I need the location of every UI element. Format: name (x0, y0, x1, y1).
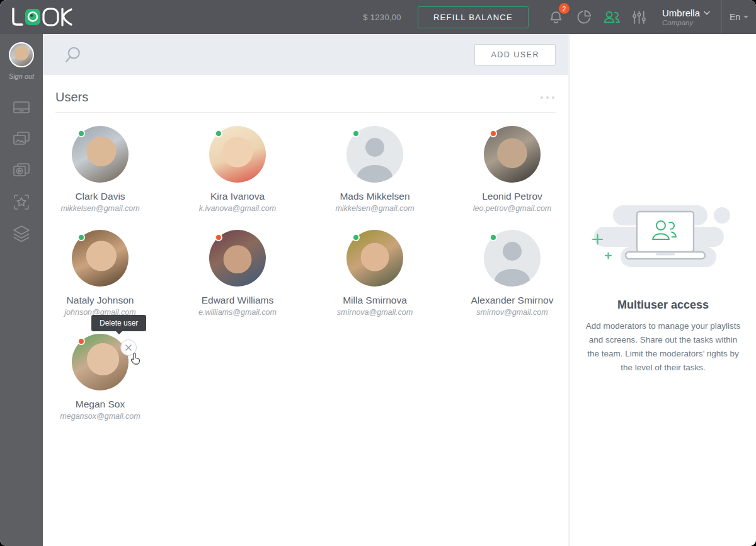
add-user-button[interactable]: ADD USER (474, 44, 556, 65)
refill-balance-button[interactable]: REFILL BALANCE (418, 6, 529, 28)
multiuser-illustration (588, 203, 739, 282)
videos-icon (12, 162, 31, 179)
user-name: Kira Ivanova (181, 191, 294, 202)
status-dot (215, 130, 222, 137)
user-card[interactable]: Milla Smirnova smirnova@gmail.com (319, 230, 431, 317)
user-email: leo.petrov@gmail.com (456, 204, 568, 213)
status-dot (352, 130, 360, 137)
cursor-pointer-icon (130, 352, 142, 366)
user-name: Clark Davis (44, 191, 156, 202)
look-logo-icon (9, 6, 74, 28)
sidebar-item-widgets[interactable] (11, 192, 32, 212)
user-email: mikkelsen@gmail.com (44, 204, 156, 213)
images-icon (12, 130, 31, 148)
language-label: En (730, 12, 740, 22)
sidebar-item-media[interactable] (11, 129, 32, 149)
look-logo[interactable] (9, 6, 74, 28)
company-type: Company (662, 19, 710, 26)
sidebar-item-playlists[interactable] (11, 161, 32, 181)
user-email: e.williams@gmail.com (181, 308, 294, 317)
user-card-hovered[interactable]: Delete user (44, 334, 156, 421)
status-dot (490, 130, 497, 137)
user-card[interactable]: Nataly Johnson johnson@gmail.com (44, 230, 156, 317)
user-card[interactable]: Edward Williams e.williams@gmail.com (181, 230, 294, 317)
status-dot (77, 338, 85, 345)
promo-description: Add moderators to manage your playlists … (583, 319, 744, 374)
layers-icon (12, 224, 31, 243)
widgets-star-icon (12, 193, 31, 212)
sidebar-item-screens[interactable] (11, 98, 32, 118)
balance-amount: $ 1230,00 (363, 13, 401, 22)
users-group-icon (602, 9, 621, 25)
sliders-icon (631, 9, 647, 25)
search-button[interactable] (63, 45, 82, 64)
user-name: Leonid Petrov (456, 191, 568, 202)
profile-avatar[interactable] (9, 42, 34, 67)
user-name: Nataly Johnson (44, 295, 156, 306)
user-email: mikkelsen@gmail.com (319, 204, 431, 213)
status-dot (490, 234, 497, 241)
pie-chart-icon (576, 9, 592, 25)
company-switcher[interactable]: Umbrella Company (662, 8, 710, 26)
user-card[interactable]: Alexander Smirnov smirnov@gmail.com (456, 230, 568, 317)
top-bar: $ 1230,00 REFILL BALANCE 2 (0, 0, 756, 34)
user-email: smirnova@gmail.com (319, 308, 431, 317)
main-panel: ADD USER Users (43, 34, 570, 546)
close-icon (125, 344, 132, 351)
promo-title: Multiuser access (617, 299, 709, 312)
app-window: $ 1230,00 REFILL BALANCE 2 (0, 0, 756, 546)
notifications-badge: 2 (559, 3, 570, 14)
sign-out-link[interactable]: Sign out (9, 72, 34, 80)
users-section-button[interactable] (602, 8, 621, 26)
title-divider (55, 112, 556, 113)
delete-user-tooltip: Delete user (91, 315, 146, 331)
sidebar-item-layers[interactable] (11, 224, 32, 244)
sidebar: Sign out (0, 34, 43, 546)
user-name: Mads Mikkelsen (319, 191, 431, 202)
company-name: Umbrella (662, 8, 700, 18)
settings-button[interactable] (630, 8, 649, 26)
screens-icon (12, 99, 31, 117)
user-name: Megan Sox (44, 399, 156, 410)
caret-down-icon (743, 16, 748, 18)
user-name: Milla Smirnova (319, 295, 431, 306)
user-card[interactable]: Kira Ivanova k.ivanova@gmail.com (181, 126, 294, 213)
user-email: megansox@gmail.com (44, 412, 156, 421)
language-selector[interactable]: En (722, 0, 756, 34)
user-card[interactable]: Clark Davis mikkelsen@gmail.com (44, 126, 156, 213)
users-content: Users Clark Davis mikkelsen@gmail.com (43, 75, 568, 546)
user-email: k.ivanova@gmail.com (181, 204, 294, 213)
user-card[interactable]: Mads Mikkelsen mikkelsen@gmail.com (319, 126, 431, 213)
status-dot (215, 234, 222, 241)
more-options-button[interactable] (539, 93, 556, 103)
promo-panel: Multiuser access Add moderators to manag… (570, 34, 756, 546)
notifications-button[interactable]: 2 (547, 8, 566, 26)
user-card[interactable]: Leonid Petrov leo.petrov@gmail.com (456, 126, 568, 213)
user-name: Alexander Smirnov (456, 295, 568, 306)
user-email: smirnov@gmail.com (456, 308, 568, 317)
status-dot (77, 130, 85, 137)
status-dot (352, 234, 360, 241)
toolbar: ADD USER (43, 34, 568, 75)
chevron-down-icon (704, 11, 710, 15)
search-icon (63, 45, 82, 64)
status-dot (77, 234, 85, 241)
statistics-button[interactable] (575, 8, 593, 26)
users-grid: Clark Davis mikkelsen@gmail.com Kira Iva… (43, 118, 568, 421)
page-title: Users (55, 90, 88, 105)
user-name: Edward Williams (181, 295, 294, 306)
